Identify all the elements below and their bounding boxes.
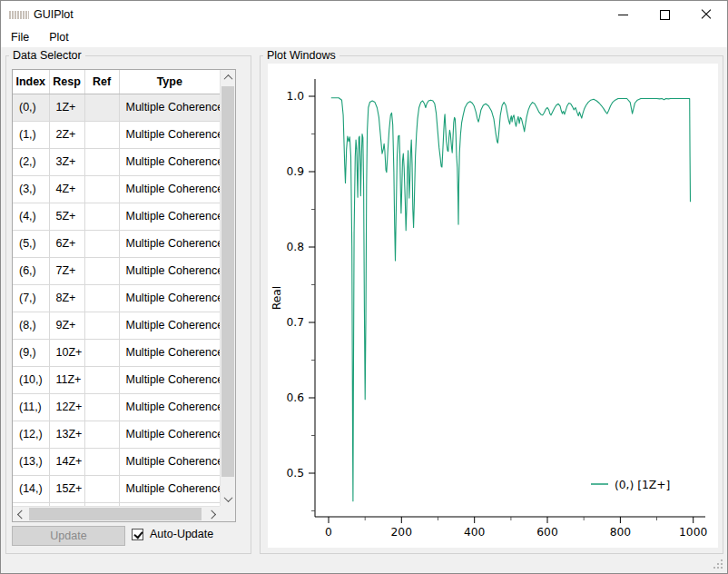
table-cell[interactable]: 6Z+ bbox=[49, 230, 84, 257]
table-cell[interactable] bbox=[84, 366, 119, 393]
table-row[interactable]: (6,)7Z+Multiple Coherence bbox=[13, 257, 220, 284]
table-row[interactable]: (11,)12Z+Multiple Coherence bbox=[13, 393, 220, 421]
column-header-ref[interactable]: Ref bbox=[84, 70, 119, 94]
table-cell[interactable]: 11Z+ bbox=[49, 366, 84, 393]
menu-plot[interactable]: Plot bbox=[39, 28, 79, 47]
table-row[interactable]: (3,)4Z+Multiple Coherence bbox=[13, 175, 220, 203]
table-cell[interactable] bbox=[84, 94, 119, 121]
table-row[interactable]: (4,)5Z+Multiple Coherence bbox=[13, 203, 220, 230]
table-cell[interactable]: Multiple Coherence bbox=[119, 448, 220, 475]
table-row[interactable]: (14,)15Z+Multiple Coherence bbox=[13, 475, 220, 502]
title-bar[interactable]: GUIPlot bbox=[1, 1, 727, 28]
table-cell[interactable]: (5,) bbox=[13, 230, 49, 257]
table-cell[interactable]: Multiple Coherence bbox=[119, 175, 220, 203]
table-cell[interactable] bbox=[84, 475, 119, 502]
table-row[interactable]: (2,)3Z+Multiple Coherence bbox=[13, 148, 220, 175]
table-cell[interactable]: Multiple Coherence bbox=[119, 393, 220, 421]
auto-update-control[interactable]: Auto-Update bbox=[132, 528, 213, 540]
table-cell[interactable]: (3,) bbox=[13, 175, 49, 203]
column-header-index[interactable]: Index bbox=[13, 70, 49, 94]
table-row[interactable]: (1,)2Z+Multiple Coherence bbox=[13, 121, 220, 148]
column-header-resp[interactable]: Resp bbox=[49, 70, 84, 94]
table-cell[interactable] bbox=[84, 448, 119, 475]
table-cell[interactable]: Multiple Coherence bbox=[119, 475, 220, 502]
table-cell[interactable]: 1Z+ bbox=[49, 94, 84, 121]
table-row[interactable]: (8,)9Z+Multiple Coherence bbox=[13, 312, 220, 339]
table-cell[interactable] bbox=[84, 421, 119, 448]
table-cell[interactable] bbox=[84, 393, 119, 421]
table-cell[interactable]: (0,) bbox=[13, 94, 49, 121]
table-cell[interactable]: Multiple Coherence bbox=[119, 284, 220, 312]
table-cell[interactable] bbox=[84, 230, 119, 257]
table-cell[interactable] bbox=[84, 203, 119, 230]
table-cell[interactable]: Multiple Coherence bbox=[119, 339, 220, 366]
table-cell[interactable]: 2Z+ bbox=[49, 121, 84, 148]
table-cell[interactable]: Multiple Coherence bbox=[119, 94, 220, 121]
table-cell[interactable]: (11,) bbox=[13, 393, 49, 421]
table-cell[interactable]: (6,) bbox=[13, 257, 49, 284]
table-cell[interactable]: (2,) bbox=[13, 148, 49, 175]
table-cell[interactable]: Multiple Coherence bbox=[119, 230, 220, 257]
table-row[interactable]: (12,)13Z+Multiple Coherence bbox=[13, 421, 220, 448]
table-cell[interactable] bbox=[84, 284, 119, 312]
table-cell[interactable]: 15Z+ bbox=[49, 475, 84, 502]
table-cell[interactable]: 8Z+ bbox=[49, 284, 84, 312]
plot-canvas[interactable]: 0.50.60.70.80.91.002004006008001000Real(… bbox=[268, 64, 718, 548]
auto-update-checkbox[interactable] bbox=[132, 529, 143, 540]
table-cell[interactable]: Multiple Coherence bbox=[119, 203, 220, 230]
table-cell[interactable]: 5Z+ bbox=[49, 203, 84, 230]
table-cell[interactable]: Multiple Coherence bbox=[119, 121, 220, 148]
table-row[interactable]: (5,)6Z+Multiple Coherence bbox=[13, 230, 220, 257]
table-row[interactable]: (9,)10Z+Multiple Coherence bbox=[13, 339, 220, 366]
table-cell[interactable]: (1,) bbox=[13, 121, 49, 148]
table-row[interactable]: (0,)1Z+Multiple Coherence bbox=[13, 94, 220, 121]
table-cell[interactable]: (4,) bbox=[13, 203, 49, 230]
resize-grip[interactable] bbox=[713, 559, 723, 569]
table-cell[interactable] bbox=[84, 148, 119, 175]
menu-file[interactable]: File bbox=[1, 28, 39, 47]
table-row[interactable]: (13,)14Z+Multiple Coherence bbox=[13, 448, 220, 475]
table-cell[interactable] bbox=[84, 312, 119, 339]
vertical-scrollbar[interactable] bbox=[220, 70, 235, 506]
table-cell[interactable]: (9,) bbox=[13, 339, 49, 366]
close-button[interactable] bbox=[685, 1, 727, 28]
table-cell[interactable] bbox=[84, 175, 119, 203]
table-cell[interactable]: 14Z+ bbox=[49, 448, 84, 475]
scroll-down-button[interactable] bbox=[221, 491, 235, 506]
scroll-right-button[interactable] bbox=[205, 507, 220, 521]
table-cell[interactable]: (8,) bbox=[13, 312, 49, 339]
table-cell[interactable] bbox=[84, 339, 119, 366]
table-cell[interactable]: Multiple Coherence bbox=[119, 366, 220, 393]
table-cell[interactable]: 4Z+ bbox=[49, 175, 84, 203]
data-selector-group: Data Selector IndexRespRefType (0,)1Z+Mu… bbox=[5, 55, 251, 554]
table-cell[interactable]: Multiple Coherence bbox=[119, 257, 220, 284]
table-cell[interactable]: Multiple Coherence bbox=[119, 312, 220, 339]
table-cell[interactable] bbox=[84, 257, 119, 284]
table-cell[interactable]: 12Z+ bbox=[49, 393, 84, 421]
vertical-scroll-thumb[interactable] bbox=[221, 86, 234, 477]
minimize-button[interactable] bbox=[602, 1, 644, 28]
table-cell[interactable]: Multiple Coherence bbox=[119, 148, 220, 175]
column-header-type[interactable]: Type bbox=[119, 70, 220, 94]
update-button[interactable]: Update bbox=[12, 526, 125, 546]
table-cell[interactable]: 7Z+ bbox=[49, 257, 84, 284]
table-cell[interactable]: (12,) bbox=[13, 421, 49, 448]
table-cell[interactable]: (10,) bbox=[13, 366, 49, 393]
table-cell[interactable]: 10Z+ bbox=[49, 339, 84, 366]
x-tick-label: 800 bbox=[610, 526, 631, 539]
table-cell[interactable]: (13,) bbox=[13, 448, 49, 475]
horizontal-scroll-thumb[interactable] bbox=[29, 508, 202, 520]
table-cell[interactable]: 3Z+ bbox=[49, 148, 84, 175]
maximize-button[interactable] bbox=[644, 1, 685, 28]
table-cell[interactable]: (14,) bbox=[13, 475, 49, 502]
horizontal-scrollbar[interactable] bbox=[13, 506, 220, 521]
table-cell[interactable]: (7,) bbox=[13, 284, 49, 312]
table-row[interactable]: (10,)11Z+Multiple Coherence bbox=[13, 366, 220, 393]
scroll-up-button[interactable] bbox=[221, 70, 235, 84]
table-cell[interactable]: Multiple Coherence bbox=[119, 421, 220, 448]
scroll-left-button[interactable] bbox=[13, 507, 27, 521]
table-cell[interactable]: 13Z+ bbox=[49, 421, 84, 448]
table-cell[interactable]: 9Z+ bbox=[49, 312, 84, 339]
table-row[interactable]: (7,)8Z+Multiple Coherence bbox=[13, 284, 220, 312]
table-cell[interactable] bbox=[84, 121, 119, 148]
